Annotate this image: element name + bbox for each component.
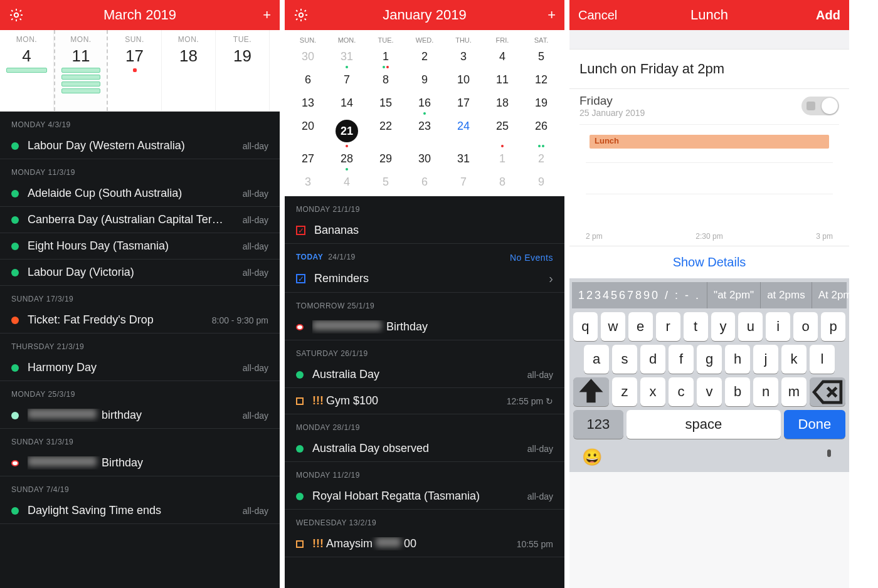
checkbox-icon[interactable]: ✓ (296, 274, 305, 283)
add-event-plus-icon[interactable]: + (547, 8, 556, 23)
month-day-cell[interactable]: 9 (405, 70, 444, 93)
month-day-cell[interactable]: 31 (327, 46, 366, 70)
month-day-cell[interactable]: 13 (288, 93, 327, 116)
letter-key[interactable]: t (684, 312, 708, 341)
event-row[interactable]: !!!Amaysim xx 0010:55 pm (285, 531, 564, 557)
week-day-column[interactable]: MON. 18 (162, 30, 216, 111)
letter-key[interactable]: h (725, 345, 750, 374)
letter-key[interactable]: w (601, 312, 625, 341)
letter-key[interactable]: q (573, 312, 598, 341)
month-day-cell[interactable]: 31 (444, 149, 483, 172)
event-row[interactable]: Harmony Dayall-day (0, 355, 280, 381)
event-block[interactable]: Lunch (590, 135, 829, 149)
event-row[interactable]: Labour Day (Victoria)all-day (0, 260, 280, 286)
letter-key[interactable]: d (640, 345, 665, 374)
add-event-plus-icon[interactable]: + (263, 8, 271, 23)
month-day-cell[interactable]: 7 (327, 70, 366, 93)
letter-key[interactable]: a (584, 345, 609, 374)
month-day-cell[interactable]: 30 (405, 149, 444, 172)
letter-key[interactable]: y (711, 312, 736, 341)
month-day-cell[interactable]: 6 (288, 70, 327, 93)
event-row[interactable]: Australia Day observedall-day (285, 436, 564, 462)
month-day-cell[interactable]: 3 (288, 172, 327, 195)
event-row[interactable]: Australia Dayall-day (285, 362, 564, 388)
letter-key[interactable]: n (753, 377, 778, 406)
month-day-cell[interactable]: 1 (366, 46, 405, 70)
month-day-cell[interactable]: 4 (483, 46, 522, 70)
allday-toggle[interactable] (801, 97, 839, 115)
week-day-column[interactable]: SUN. 17 (108, 30, 162, 111)
week-strip[interactable]: MON. 4MON. 11SUN. 17MON. 18TUE. 19 (0, 30, 280, 112)
checkbox-icon[interactable]: ✓ (296, 226, 305, 235)
month-day-cell[interactable]: 4 (327, 172, 366, 195)
week-day-column[interactable]: TUE. 19 (216, 30, 270, 111)
letter-key[interactable]: s (612, 345, 637, 374)
month-day-cell[interactable]: 15 (366, 93, 405, 116)
month-day-cell[interactable]: 14 (327, 93, 366, 116)
event-row[interactable]: Labour Day (Western Australia)all-day (0, 133, 280, 159)
event-row[interactable]: Royal Hobart Regatta (Tasmania)all-day (285, 483, 564, 510)
letter-key[interactable]: l (810, 345, 835, 374)
event-row[interactable]: Daylight Saving Time endsall-day (0, 498, 280, 524)
week-day-column[interactable]: MON. 11 (54, 30, 108, 111)
cancel-button[interactable]: Cancel (578, 8, 617, 23)
event-row[interactable]: Adelaide Cup (South Australia)all-day (0, 181, 280, 207)
done-key[interactable]: Done (784, 410, 845, 439)
letter-key[interactable]: z (612, 377, 637, 406)
month-day-cell[interactable]: 24 (444, 116, 483, 149)
month-day-cell[interactable]: 27 (288, 149, 327, 172)
settings-gear-icon[interactable] (9, 8, 24, 23)
number-mode-key[interactable]: 123 (573, 410, 623, 439)
month-day-cell[interactable]: 9 (522, 172, 561, 195)
backspace-key-icon[interactable] (810, 377, 845, 406)
agenda-list[interactable]: MONDAY 4/3/19Labour Day (Western Austral… (0, 112, 280, 588)
letter-key[interactable]: e (628, 312, 653, 341)
event-row[interactable]: Canberra Day (Australian Capital Ter…all… (0, 207, 280, 233)
suggestion[interactable]: "at 2pm" (707, 282, 761, 308)
letter-key[interactable]: b (725, 377, 750, 406)
letter-key[interactable]: c (669, 377, 694, 406)
space-key[interactable]: space (627, 410, 781, 439)
letter-key[interactable]: f (669, 345, 694, 374)
month-day-cell[interactable]: 21 (327, 116, 366, 149)
emoji-key-icon[interactable]: 😀 (582, 448, 602, 467)
letter-key[interactable]: k (781, 345, 807, 374)
shift-key-icon[interactable] (573, 377, 609, 406)
month-day-cell[interactable]: 25 (483, 116, 522, 149)
month-day-cell[interactable]: 29 (366, 149, 405, 172)
month-day-cell[interactable]: 10 (444, 70, 483, 93)
month-day-cell[interactable]: 8 (483, 172, 522, 195)
month-day-cell[interactable]: 3 (444, 46, 483, 70)
settings-gear-icon[interactable] (294, 8, 309, 23)
suggestion[interactable]: at 2pms (761, 282, 812, 308)
month-day-cell[interactable]: 1 (483, 149, 522, 172)
event-row[interactable]: xxbirthdayall-day (0, 402, 280, 429)
month-day-cell[interactable]: 30 (288, 46, 327, 70)
month-day-cell[interactable]: 18 (483, 93, 522, 116)
agenda-list[interactable]: MONDAY 21/1/19✓BananasTODAY24/1/19No Eve… (285, 196, 564, 588)
month-day-cell[interactable]: 23 (405, 116, 444, 149)
month-day-cell[interactable]: 20 (288, 116, 327, 149)
week-day-column[interactable]: MON. 4 (0, 30, 54, 111)
month-day-cell[interactable]: 6 (405, 172, 444, 195)
add-button[interactable]: Add (816, 8, 840, 23)
month-day-cell[interactable]: 11 (483, 70, 522, 93)
letter-key[interactable]: i (766, 312, 790, 341)
letter-key[interactable]: o (793, 312, 818, 341)
event-row[interactable]: Eight Hours Day (Tasmania)all-day (0, 233, 280, 260)
dictation-mic-icon[interactable] (822, 448, 837, 467)
show-details-link[interactable]: Show Details (569, 246, 849, 278)
month-day-cell[interactable]: 5 (522, 46, 561, 70)
event-row[interactable]: ✓Bananas (285, 218, 564, 244)
month-grid[interactable]: SUN.MON.TUE.WED.THU.FRI.SAT.303112345678… (285, 30, 564, 196)
event-row[interactable]: !!!Gym $10012:55 pm ↻ (285, 388, 564, 414)
letter-key[interactable]: u (738, 312, 763, 341)
letter-key[interactable]: j (753, 345, 778, 374)
event-row[interactable]: Ticket: Fat Freddy's Drop8:00 - 9:30 pm (0, 307, 280, 333)
letter-key[interactable]: x (640, 377, 665, 406)
nlp-input[interactable]: Lunch on Friday at 2pm (569, 49, 849, 88)
letter-key[interactable]: v (697, 377, 722, 406)
month-day-cell[interactable]: 12 (522, 70, 561, 93)
month-day-cell[interactable]: 17 (444, 93, 483, 116)
letter-key[interactable]: p (821, 312, 845, 341)
